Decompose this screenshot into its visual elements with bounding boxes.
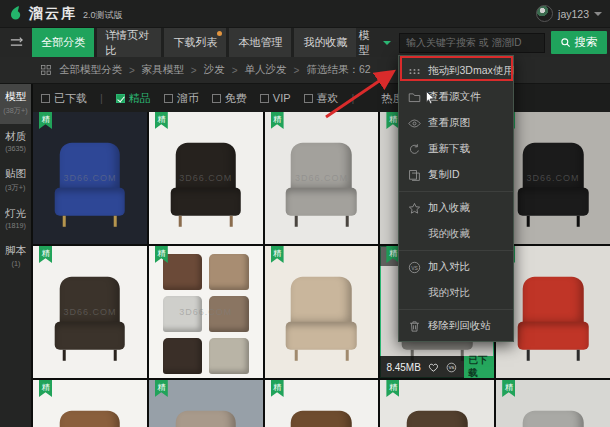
- menu-item-view-original-image[interactable]: 查看原图: [399, 110, 513, 136]
- tile-hover-footer: 8.45MB已下载: [380, 356, 494, 378]
- sidebar-item-scripts[interactable]: 脚本(1): [0, 238, 31, 276]
- menu-divider: [399, 191, 513, 192]
- filter-liked[interactable]: 喜欢: [304, 91, 339, 106]
- filter-vip[interactable]: VIP: [260, 92, 291, 104]
- menu-item-add-favorite[interactable]: 加入收藏: [399, 195, 513, 221]
- filter-downloaded[interactable]: 已下载: [41, 91, 87, 106]
- breadcrumb-item[interactable]: 全部模型分类: [59, 63, 122, 77]
- model-tile[interactable]: 精3D66.COM: [33, 246, 147, 378]
- search-category-value: 模型: [358, 28, 379, 58]
- premium-badge: 精: [155, 380, 168, 397]
- avatar[interactable]: [536, 5, 553, 22]
- vs-icon: [408, 261, 421, 274]
- model-tile[interactable]: 精: [380, 380, 494, 427]
- tab-local-manage[interactable]: 本地管理: [229, 28, 291, 57]
- trash-icon: [408, 320, 421, 333]
- filter-label: 精品: [129, 91, 151, 106]
- premium-badge: 精: [39, 246, 52, 263]
- sidebar-toggle-button[interactable]: [0, 28, 32, 57]
- menu-item-drag-to-3dmax[interactable]: 拖动到3Dmax使用: [399, 58, 513, 84]
- drag-handle-icon: [408, 65, 421, 78]
- sidebar-item-models[interactable]: 模型(38万+): [0, 84, 31, 124]
- search-bar: 模型 搜索: [356, 28, 610, 57]
- premium-badge: 精: [155, 112, 168, 129]
- menu-divider: [399, 309, 513, 310]
- menu-item-copy-id[interactable]: 复制ID: [399, 162, 513, 188]
- premium-badge: 精: [39, 112, 52, 129]
- model-grid: 精3D66.COM精3D66.COM精3D66.COM精精3D66.COM精3D…: [33, 112, 610, 427]
- model-tile[interactable]: 精3D66.COM: [149, 112, 263, 244]
- menu-item-my-compare[interactable]: 我的对比: [399, 280, 513, 306]
- sidebar-item-label: 模型: [5, 91, 26, 103]
- search-icon: [560, 37, 571, 48]
- chair-thumbnail: [518, 276, 589, 360]
- filter-bar: 已下载|精品溜币免费VIP喜欢|热度排序风格: [33, 84, 610, 112]
- search-button-label: 搜索: [574, 35, 597, 50]
- tab-my-favorites[interactable]: 我的收藏: [294, 28, 356, 57]
- checkbox-icon: [41, 94, 50, 103]
- model-tile[interactable]: 精: [149, 380, 263, 427]
- menu-item-add-compare[interactable]: 加入对比: [399, 254, 513, 280]
- filter-label: VIP: [273, 92, 291, 104]
- redownload-icon: [408, 143, 421, 156]
- watermark: 3D66.COM: [63, 173, 116, 183]
- filter-coin[interactable]: 溜币: [164, 91, 199, 106]
- nav-tabs: 全部分类详情页对比下载列表本地管理我的收藏: [32, 28, 356, 57]
- menu-item-view-source-file[interactable]: 查看源文件: [399, 84, 513, 110]
- sidebar-item-count: (1): [11, 259, 20, 267]
- menu-item-redownload[interactable]: 重新下载: [399, 136, 513, 162]
- title-bar: 溜云库 2.0测试版 jay123: [0, 0, 610, 28]
- star-icon: [408, 202, 421, 215]
- watermark: 3D66.COM: [295, 173, 348, 183]
- menu-item-label: 拖动到3Dmax使用: [428, 64, 514, 78]
- checkbox-icon: [260, 94, 269, 103]
- model-tile[interactable]: 精3D66.COM: [149, 246, 263, 378]
- breadcrumb: 全部模型分类>家具模型>沙发>单人沙发>筛选结果：62: [0, 57, 610, 84]
- context-menu: 拖动到3Dmax使用查看源文件查看原图重新下载复制ID加入收藏我的收藏加入对比我…: [398, 55, 514, 342]
- search-input[interactable]: [399, 33, 545, 53]
- filter-premium[interactable]: 精品: [116, 91, 151, 106]
- search-category-select[interactable]: 模型: [356, 28, 393, 58]
- menu-item-remove-to-recycle[interactable]: 移除到回收站: [399, 313, 513, 339]
- model-tile[interactable]: 精: [265, 380, 379, 427]
- menu-item-my-favorites[interactable]: 我的收藏: [399, 221, 513, 247]
- sidebar-item-label: 贴图: [5, 168, 26, 180]
- menu-divider: [399, 250, 513, 251]
- username: jay123: [558, 8, 589, 20]
- premium-badge: 精: [271, 380, 284, 397]
- watermark: 3D66.COM: [63, 307, 116, 317]
- tab-label: 全部分类: [41, 35, 85, 50]
- favorite-heart-icon[interactable]: [428, 360, 439, 375]
- user-menu[interactable]: jay123: [536, 5, 602, 22]
- menu-item-label: 移除到回收站: [428, 319, 491, 333]
- sidebar-item-count: (3635): [5, 145, 26, 153]
- premium-badge: 精: [502, 380, 515, 397]
- filter-free[interactable]: 免费: [212, 91, 247, 106]
- tab-label: 本地管理: [238, 35, 282, 50]
- tab-detail-compare[interactable]: 详情页对比: [97, 28, 161, 57]
- model-tile[interactable]: 精3D66.COM: [33, 112, 147, 244]
- search-button[interactable]: 搜索: [551, 31, 607, 54]
- sidebar-item-materials[interactable]: 材质(3635): [0, 124, 31, 162]
- sidebar-item-label: 材质: [5, 131, 26, 143]
- breadcrumb-item[interactable]: 沙发: [204, 63, 225, 77]
- collage-chair-thumb: [209, 338, 248, 374]
- chair-thumbnail: [518, 142, 589, 226]
- model-tile[interactable]: 精: [265, 246, 379, 378]
- tab-download-list[interactable]: 下载列表: [164, 28, 226, 57]
- model-tile[interactable]: 精3D66.COM: [265, 112, 379, 244]
- model-tile[interactable]: 精: [496, 380, 610, 427]
- sidebar-item-count: (38万+): [3, 105, 27, 115]
- compare-vs-icon[interactable]: [446, 360, 457, 375]
- breadcrumb-item[interactable]: 单人沙发: [245, 63, 287, 77]
- breadcrumb-item[interactable]: 家具模型: [142, 63, 184, 77]
- model-tile[interactable]: 精: [33, 380, 147, 427]
- tab-all-categories[interactable]: 全部分类: [32, 28, 94, 57]
- filter-separator: |: [100, 92, 103, 104]
- filter-label: 已下载: [54, 91, 87, 106]
- app-version: 2.0测试版: [83, 9, 123, 22]
- sidebar-item-textures[interactable]: 贴图(3万+): [0, 161, 31, 201]
- menu-item-label: 我的对比: [428, 286, 470, 300]
- filter-separator: |: [352, 92, 355, 104]
- sidebar-item-lights[interactable]: 灯光(1819): [0, 201, 31, 239]
